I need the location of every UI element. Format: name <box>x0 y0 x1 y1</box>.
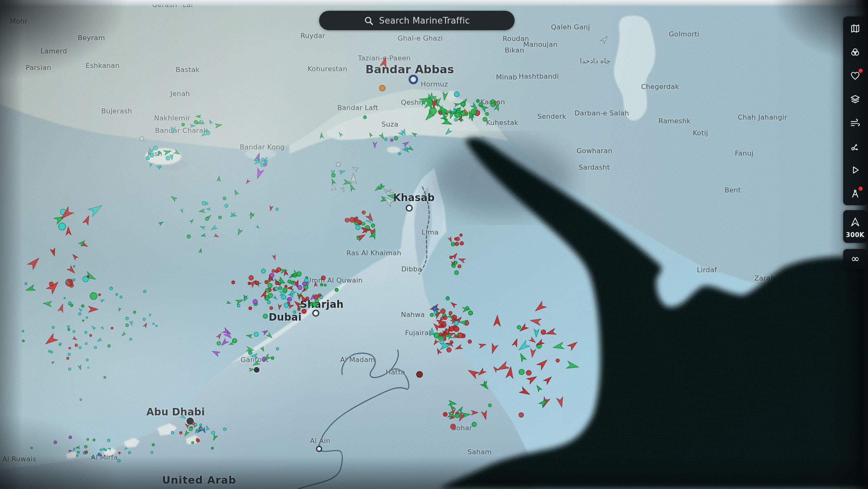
layers-icon <box>850 94 861 105</box>
map-guide-icon <box>850 23 861 34</box>
map-guide-button[interactable] <box>843 17 867 40</box>
search-icon <box>364 16 374 26</box>
notification-badge <box>858 187 863 191</box>
playback-button[interactable] <box>843 158 867 182</box>
favorites-button[interactable] <box>843 64 867 87</box>
photo-vignette <box>0 0 868 489</box>
notification-badge <box>858 69 863 73</box>
density-maps-button[interactable] <box>843 40 867 64</box>
map-toolbar <box>843 17 867 205</box>
wind-icon <box>850 117 861 128</box>
infinity-icon: ∞ <box>851 249 860 269</box>
route-node-icon <box>850 141 861 152</box>
play-icon <box>850 165 861 175</box>
marinetraffic-screen-photo: GerashLarMohrBeyramLamerdParsianEshkanan… <box>0 0 868 489</box>
infinity-control[interactable]: ∞ <box>843 249 867 269</box>
weather-button[interactable] <box>843 111 867 134</box>
vessel-count-control[interactable]: 300K <box>843 210 867 243</box>
search-placeholder: Search MarineTraffic <box>379 16 470 26</box>
layers-button[interactable] <box>843 87 867 111</box>
routes-button[interactable] <box>843 134 867 158</box>
vessel-arrow-icon <box>843 210 867 234</box>
search-bar[interactable]: Search MarineTraffic <box>319 11 515 30</box>
tools-button[interactable] <box>843 182 867 205</box>
overlap-circles-icon <box>850 47 861 58</box>
